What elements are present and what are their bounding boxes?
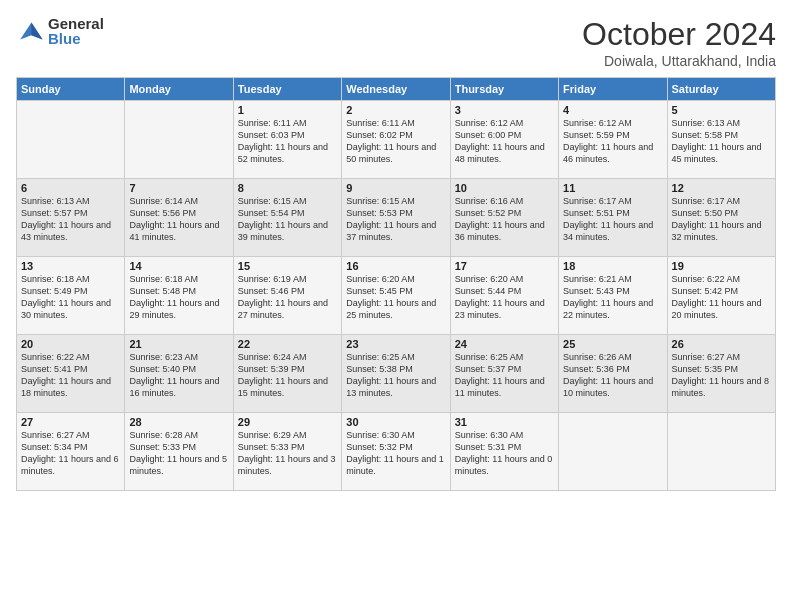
logo: General Blue xyxy=(16,16,104,46)
day-cell: 23Sunrise: 6:25 AMSunset: 5:38 PMDayligh… xyxy=(342,335,450,413)
logo-icon xyxy=(16,17,44,45)
day-cell: 27Sunrise: 6:27 AMSunset: 5:34 PMDayligh… xyxy=(17,413,125,491)
day-info: Sunrise: 6:29 AMSunset: 5:33 PMDaylight:… xyxy=(238,429,337,478)
day-number: 27 xyxy=(21,416,120,428)
day-info: Sunrise: 6:15 AMSunset: 5:53 PMDaylight:… xyxy=(346,195,445,244)
day-cell: 18Sunrise: 6:21 AMSunset: 5:43 PMDayligh… xyxy=(559,257,667,335)
day-info: Sunrise: 6:27 AMSunset: 5:35 PMDaylight:… xyxy=(672,351,771,400)
day-info: Sunrise: 6:18 AMSunset: 5:49 PMDaylight:… xyxy=(21,273,120,322)
day-info: Sunrise: 6:20 AMSunset: 5:45 PMDaylight:… xyxy=(346,273,445,322)
day-cell: 13Sunrise: 6:18 AMSunset: 5:49 PMDayligh… xyxy=(17,257,125,335)
day-info: Sunrise: 6:13 AMSunset: 5:57 PMDaylight:… xyxy=(21,195,120,244)
day-number: 11 xyxy=(563,182,662,194)
day-cell: 29Sunrise: 6:29 AMSunset: 5:33 PMDayligh… xyxy=(233,413,341,491)
day-number: 20 xyxy=(21,338,120,350)
day-cell: 25Sunrise: 6:26 AMSunset: 5:36 PMDayligh… xyxy=(559,335,667,413)
day-cell: 30Sunrise: 6:30 AMSunset: 5:32 PMDayligh… xyxy=(342,413,450,491)
day-info: Sunrise: 6:26 AMSunset: 5:36 PMDaylight:… xyxy=(563,351,662,400)
day-number: 9 xyxy=(346,182,445,194)
day-number: 24 xyxy=(455,338,554,350)
day-cell: 20Sunrise: 6:22 AMSunset: 5:41 PMDayligh… xyxy=(17,335,125,413)
header-row: SundayMondayTuesdayWednesdayThursdayFrid… xyxy=(17,78,776,101)
day-cell: 14Sunrise: 6:18 AMSunset: 5:48 PMDayligh… xyxy=(125,257,233,335)
day-cell: 7Sunrise: 6:14 AMSunset: 5:56 PMDaylight… xyxy=(125,179,233,257)
day-number: 23 xyxy=(346,338,445,350)
day-info: Sunrise: 6:23 AMSunset: 5:40 PMDaylight:… xyxy=(129,351,228,400)
day-info: Sunrise: 6:18 AMSunset: 5:48 PMDaylight:… xyxy=(129,273,228,322)
day-cell: 16Sunrise: 6:20 AMSunset: 5:45 PMDayligh… xyxy=(342,257,450,335)
col-header-saturday: Saturday xyxy=(667,78,775,101)
day-info: Sunrise: 6:22 AMSunset: 5:42 PMDaylight:… xyxy=(672,273,771,322)
day-info: Sunrise: 6:16 AMSunset: 5:52 PMDaylight:… xyxy=(455,195,554,244)
week-row-4: 20Sunrise: 6:22 AMSunset: 5:41 PMDayligh… xyxy=(17,335,776,413)
day-cell: 8Sunrise: 6:15 AMSunset: 5:54 PMDaylight… xyxy=(233,179,341,257)
day-cell: 4Sunrise: 6:12 AMSunset: 5:59 PMDaylight… xyxy=(559,101,667,179)
day-cell: 2Sunrise: 6:11 AMSunset: 6:02 PMDaylight… xyxy=(342,101,450,179)
day-info: Sunrise: 6:28 AMSunset: 5:33 PMDaylight:… xyxy=(129,429,228,478)
day-number: 21 xyxy=(129,338,228,350)
day-info: Sunrise: 6:20 AMSunset: 5:44 PMDaylight:… xyxy=(455,273,554,322)
day-cell xyxy=(125,101,233,179)
day-number: 25 xyxy=(563,338,662,350)
day-cell xyxy=(667,413,775,491)
col-header-thursday: Thursday xyxy=(450,78,558,101)
day-number: 7 xyxy=(129,182,228,194)
day-info: Sunrise: 6:12 AMSunset: 5:59 PMDaylight:… xyxy=(563,117,662,166)
day-number: 14 xyxy=(129,260,228,272)
day-cell: 22Sunrise: 6:24 AMSunset: 5:39 PMDayligh… xyxy=(233,335,341,413)
day-info: Sunrise: 6:27 AMSunset: 5:34 PMDaylight:… xyxy=(21,429,120,478)
day-info: Sunrise: 6:30 AMSunset: 5:31 PMDaylight:… xyxy=(455,429,554,478)
day-info: Sunrise: 6:14 AMSunset: 5:56 PMDaylight:… xyxy=(129,195,228,244)
col-header-sunday: Sunday xyxy=(17,78,125,101)
day-number: 31 xyxy=(455,416,554,428)
svg-marker-2 xyxy=(31,23,42,40)
day-number: 13 xyxy=(21,260,120,272)
day-cell: 6Sunrise: 6:13 AMSunset: 5:57 PMDaylight… xyxy=(17,179,125,257)
day-cell: 21Sunrise: 6:23 AMSunset: 5:40 PMDayligh… xyxy=(125,335,233,413)
day-number: 18 xyxy=(563,260,662,272)
month-title: October 2024 xyxy=(582,16,776,53)
day-cell: 12Sunrise: 6:17 AMSunset: 5:50 PMDayligh… xyxy=(667,179,775,257)
day-number: 5 xyxy=(672,104,771,116)
day-info: Sunrise: 6:11 AMSunset: 6:02 PMDaylight:… xyxy=(346,117,445,166)
day-number: 28 xyxy=(129,416,228,428)
day-number: 6 xyxy=(21,182,120,194)
day-cell: 24Sunrise: 6:25 AMSunset: 5:37 PMDayligh… xyxy=(450,335,558,413)
col-header-tuesday: Tuesday xyxy=(233,78,341,101)
logo-general: General xyxy=(48,16,104,31)
day-info: Sunrise: 6:17 AMSunset: 5:50 PMDaylight:… xyxy=(672,195,771,244)
day-cell: 1Sunrise: 6:11 AMSunset: 6:03 PMDaylight… xyxy=(233,101,341,179)
day-info: Sunrise: 6:19 AMSunset: 5:46 PMDaylight:… xyxy=(238,273,337,322)
day-info: Sunrise: 6:17 AMSunset: 5:51 PMDaylight:… xyxy=(563,195,662,244)
day-cell: 10Sunrise: 6:16 AMSunset: 5:52 PMDayligh… xyxy=(450,179,558,257)
day-number: 12 xyxy=(672,182,771,194)
day-number: 3 xyxy=(455,104,554,116)
week-row-3: 13Sunrise: 6:18 AMSunset: 5:49 PMDayligh… xyxy=(17,257,776,335)
title-block: October 2024 Doiwala, Uttarakhand, India xyxy=(582,16,776,69)
day-cell: 17Sunrise: 6:20 AMSunset: 5:44 PMDayligh… xyxy=(450,257,558,335)
day-number: 1 xyxy=(238,104,337,116)
week-row-5: 27Sunrise: 6:27 AMSunset: 5:34 PMDayligh… xyxy=(17,413,776,491)
day-cell: 28Sunrise: 6:28 AMSunset: 5:33 PMDayligh… xyxy=(125,413,233,491)
day-number: 17 xyxy=(455,260,554,272)
day-info: Sunrise: 6:22 AMSunset: 5:41 PMDaylight:… xyxy=(21,351,120,400)
day-cell: 3Sunrise: 6:12 AMSunset: 6:00 PMDaylight… xyxy=(450,101,558,179)
day-number: 19 xyxy=(672,260,771,272)
day-number: 22 xyxy=(238,338,337,350)
day-number: 4 xyxy=(563,104,662,116)
day-info: Sunrise: 6:24 AMSunset: 5:39 PMDaylight:… xyxy=(238,351,337,400)
day-number: 29 xyxy=(238,416,337,428)
day-info: Sunrise: 6:15 AMSunset: 5:54 PMDaylight:… xyxy=(238,195,337,244)
day-number: 16 xyxy=(346,260,445,272)
day-cell: 5Sunrise: 6:13 AMSunset: 5:58 PMDaylight… xyxy=(667,101,775,179)
week-row-2: 6Sunrise: 6:13 AMSunset: 5:57 PMDaylight… xyxy=(17,179,776,257)
col-header-wednesday: Wednesday xyxy=(342,78,450,101)
col-header-monday: Monday xyxy=(125,78,233,101)
day-info: Sunrise: 6:13 AMSunset: 5:58 PMDaylight:… xyxy=(672,117,771,166)
day-info: Sunrise: 6:12 AMSunset: 6:00 PMDaylight:… xyxy=(455,117,554,166)
day-cell xyxy=(17,101,125,179)
day-info: Sunrise: 6:25 AMSunset: 5:37 PMDaylight:… xyxy=(455,351,554,400)
day-cell: 19Sunrise: 6:22 AMSunset: 5:42 PMDayligh… xyxy=(667,257,775,335)
page-header: General Blue October 2024 Doiwala, Uttar… xyxy=(16,16,776,69)
logo-blue: Blue xyxy=(48,31,104,46)
